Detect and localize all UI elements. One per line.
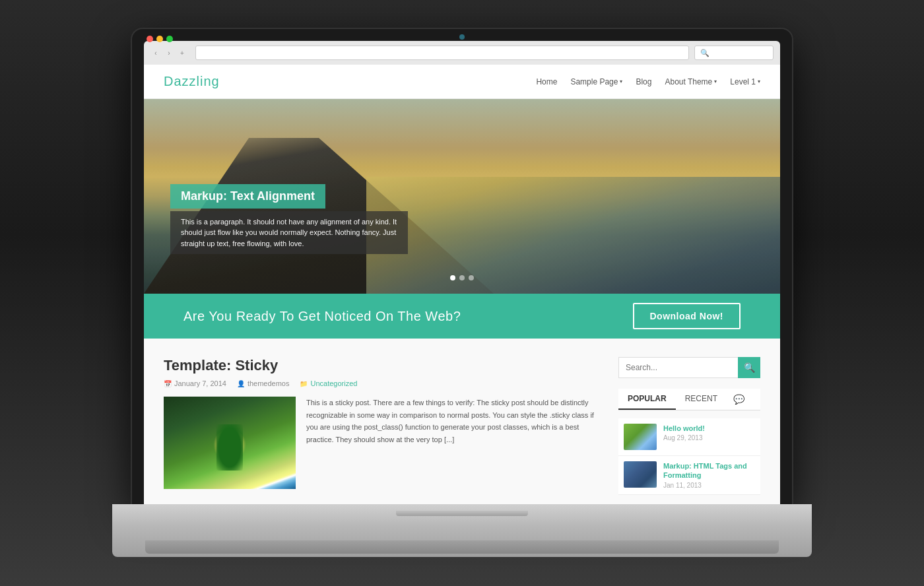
blog-area: Template: Sticky 📅 January 7, 2014 👤 the… — [164, 357, 599, 495]
widget-post-info-1: Hello world! Aug 29, 2013 — [663, 424, 755, 450]
post-category-meta: 📁 Uncategorized — [300, 379, 357, 387]
widget-post-2: Markup: HTML Tags and Formatting Jan 11,… — [618, 456, 760, 495]
widget-post-info-2: Markup: HTML Tags and Formatting Jan 11,… — [663, 461, 755, 489]
folder-icon: 📁 — [300, 380, 308, 387]
slider-dot-1[interactable] — [450, 275, 455, 280]
close-button[interactable] — [147, 36, 153, 42]
download-now-button[interactable]: Download Now! — [633, 303, 741, 329]
post-category[interactable]: Uncategorized — [310, 379, 357, 387]
user-icon: 👤 — [237, 380, 245, 387]
post-date-meta: 📅 January 7, 2014 — [164, 379, 226, 387]
slider-dots — [450, 275, 474, 280]
hero-title-box: Markup: Text Alignment — [170, 184, 325, 209]
post-meta: 📅 January 7, 2014 👤 themedemos 📁 Uncateg… — [164, 379, 599, 387]
widget-thumb-2 — [624, 461, 657, 488]
forward-button[interactable]: › — [164, 48, 174, 58]
camera — [459, 34, 465, 40]
laptop-frame: ‹ › + 🔍 Dazzling Home Sample Page ▾ — [112, 29, 812, 557]
tab-popular[interactable]: POPULAR — [618, 389, 676, 410]
slider-dot-2[interactable] — [459, 275, 465, 280]
search-widget: 🔍 — [618, 357, 760, 378]
nav-home[interactable]: Home — [536, 77, 557, 86]
post-title: Template: Sticky — [164, 357, 599, 374]
new-tab-button[interactable]: + — [177, 48, 187, 58]
hero-desc-box: This is a paragraph. It should not have … — [170, 211, 408, 255]
back-button[interactable]: ‹ — [150, 48, 161, 58]
post-date: January 7, 2014 — [174, 379, 226, 387]
post-excerpt: This is a sticky post. There are a few t… — [306, 397, 599, 489]
hero-text-box: Markup: Text Alignment This is a paragra… — [170, 184, 408, 255]
search-button[interactable]: 🔍 — [738, 357, 760, 378]
search-icon: 🔍 — [700, 49, 710, 57]
cta-text: Are You Ready To Get Noticed On The Web? — [183, 309, 461, 324]
cta-banner: Are You Ready To Get Noticed On The Web?… — [144, 294, 780, 339]
website-content: Dazzling Home Sample Page ▾ Blog About T… — [144, 65, 780, 504]
screen-bezel: ‹ › + 🔍 Dazzling Home Sample Page ▾ — [132, 29, 792, 504]
hero-title: Markup: Text Alignment — [181, 189, 315, 203]
browser-chrome: ‹ › + 🔍 — [144, 41, 780, 65]
nav-blog[interactable]: Blog — [636, 77, 651, 86]
widget-post-date-1: Aug 29, 2013 — [663, 434, 755, 441]
tab-recent[interactable]: RECENT — [676, 389, 727, 410]
post-author-meta: 👤 themedemos — [237, 379, 290, 387]
site-navigation: Dazzling Home Sample Page ▾ Blog About T… — [144, 65, 780, 99]
widget-post-date-2: Jan 11, 2013 — [663, 482, 755, 489]
post-thumbnail — [164, 397, 296, 489]
hero-description: This is a paragraph. It should not have … — [181, 216, 397, 249]
chevron-down-icon: ▾ — [620, 79, 622, 84]
address-bar[interactable] — [195, 46, 689, 60]
thumb-tree — [216, 424, 243, 471]
laptop-hinge — [396, 511, 528, 516]
sidebar: 🔍 POPULAR RECENT 💬 Hello world! Aug 29, … — [618, 357, 760, 495]
post-body: This is a sticky post. There are a few t… — [164, 397, 599, 489]
tab-comments-icon[interactable]: 💬 — [727, 389, 751, 410]
chevron-down-icon: ▾ — [714, 79, 717, 84]
widget-post-title-1[interactable]: Hello world! — [663, 424, 755, 433]
nav-sample-page[interactable]: Sample Page ▾ — [570, 77, 622, 86]
laptop-bottom-pad — [145, 540, 779, 554]
widget-thumb-1 — [624, 424, 657, 450]
slider-dot-3[interactable] — [469, 275, 474, 280]
fullscreen-button[interactable] — [166, 36, 173, 42]
nav-about-theme[interactable]: About Theme ▾ — [665, 77, 717, 86]
laptop-base — [112, 504, 812, 557]
post-author: themedemos — [248, 379, 290, 387]
site-logo[interactable]: Dazzling — [164, 74, 220, 89]
widget-post-1: Hello world! Aug 29, 2013 — [618, 418, 760, 456]
nav-buttons: ‹ › + — [150, 48, 187, 58]
widget-tabs: POPULAR RECENT 💬 — [618, 389, 760, 410]
main-content-area: Template: Sticky 📅 January 7, 2014 👤 the… — [144, 339, 780, 504]
widget-post-title-2[interactable]: Markup: HTML Tags and Formatting — [663, 461, 755, 480]
hero-slider: Markup: Text Alignment This is a paragra… — [144, 99, 780, 294]
minimize-button[interactable] — [156, 36, 163, 42]
nav-level1[interactable]: Level 1 ▾ — [730, 77, 760, 86]
calendar-icon: 📅 — [164, 380, 172, 387]
traffic-lights — [147, 36, 173, 42]
browser-search[interactable]: 🔍 — [694, 46, 774, 60]
search-input[interactable] — [618, 357, 738, 378]
chevron-down-icon: ▾ — [758, 79, 760, 84]
nav-links: Home Sample Page ▾ Blog About Theme ▾ Le… — [536, 77, 760, 86]
